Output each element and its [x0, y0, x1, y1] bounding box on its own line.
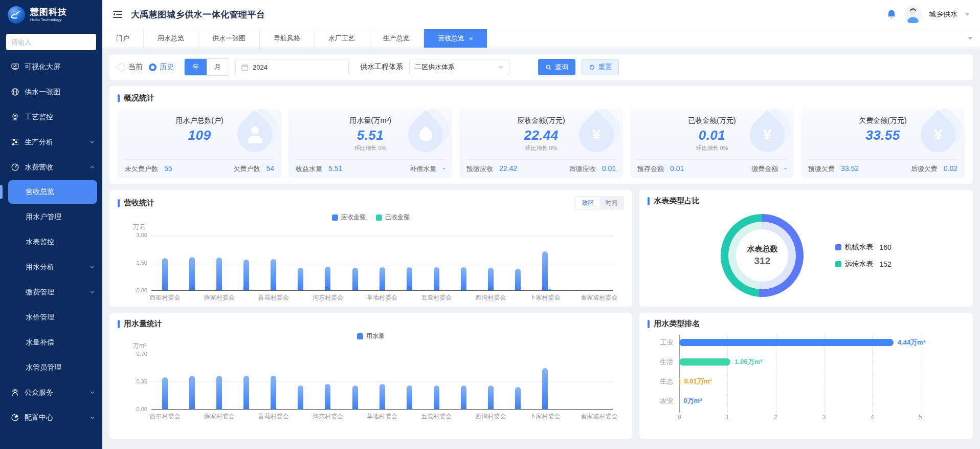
- year-button[interactable]: 年: [185, 59, 207, 75]
- tab-2[interactable]: 供水一张图: [198, 29, 260, 48]
- bar: [243, 376, 249, 409]
- bar: [488, 386, 494, 409]
- screen-icon: [10, 62, 19, 72]
- x-axis-label: 秦家坡村委会: [571, 293, 628, 302]
- stat-card: ¥欠费金额(万元)33.55预缴欠费33.52后缴欠费0.02: [801, 109, 965, 178]
- sidebar-item-label: 供水一张图: [25, 88, 60, 97]
- sidebar-item[interactable]: 配置中心: [0, 405, 102, 430]
- sidebar-subitem-label: 用水户管理: [26, 212, 61, 222]
- close-icon[interactable]: ×: [469, 35, 473, 42]
- sidebar-subitem[interactable]: 水量补偿: [0, 330, 102, 355]
- x-axis-label: 西沟村委会: [462, 412, 519, 421]
- sidebar-subitem[interactable]: 水价管理: [0, 305, 102, 330]
- sidebar-subitem[interactable]: 用水分析: [0, 254, 102, 280]
- sidebar-item-label: 工艺监控: [25, 113, 53, 122]
- sidebar-subitem[interactable]: 营收总览: [8, 180, 97, 204]
- x-axis-label: 西奉村委会: [137, 412, 193, 421]
- sidebar-item[interactable]: 水费营收: [0, 155, 102, 180]
- stat-title: 欠费金额(万元): [808, 116, 957, 125]
- title-accent-bar: [118, 199, 120, 207]
- sidebar-subitem[interactable]: 缴费管理: [0, 280, 102, 305]
- x-axis-tick: 5: [919, 414, 922, 421]
- x-axis-tick: 3: [822, 414, 826, 421]
- stat-footer-label: 后缴应收: [569, 164, 596, 174]
- chevron-down-icon: [90, 390, 95, 395]
- collapse-menu-icon[interactable]: [113, 10, 123, 19]
- radio-current[interactable]: 当前: [118, 62, 143, 72]
- tab-0[interactable]: 门户: [102, 29, 144, 48]
- bar: [271, 259, 276, 290]
- tab-1[interactable]: 用水总览: [144, 29, 198, 48]
- system-select[interactable]: 二区供水体系: [409, 59, 509, 75]
- sidebar: 慧图科技 Huitu Technology 可视化大屏供水一张图工艺监控生产分析…: [0, 0, 102, 449]
- sidebar-subitem[interactable]: 水管员管理: [0, 355, 102, 380]
- bar: [461, 267, 466, 290]
- reset-button[interactable]: 重置: [582, 59, 619, 75]
- radio-current-circle[interactable]: [118, 63, 125, 71]
- legend-item[interactable]: 应收金额: [332, 213, 366, 222]
- year-picker[interactable]: 2024: [235, 59, 349, 75]
- sidebar-search-input[interactable]: [6, 34, 96, 50]
- user-menu-chevron-icon[interactable]: [965, 13, 970, 16]
- service-icon: [10, 388, 19, 397]
- legend-item[interactable]: 机械水表160: [835, 243, 891, 252]
- toggle-time[interactable]: 时间: [599, 197, 623, 209]
- bar-value-label: 4.44万m³: [898, 338, 925, 347]
- sidebar-item[interactable]: 供水一张图: [0, 79, 102, 104]
- search-button[interactable]: 查询: [538, 59, 575, 75]
- brand-subtitle: Huitu Technology: [30, 17, 67, 22]
- sidebar-subitem[interactable]: 水表监控: [0, 229, 102, 254]
- stat-value: 0.01: [637, 127, 787, 143]
- system-label: 供水工程体系: [360, 62, 403, 72]
- toggle-district[interactable]: 政区: [576, 197, 599, 209]
- stat-value: 109: [125, 127, 274, 143]
- revenue-bar-chart: 应收金额已收金额万元3.001.500.00西奉村委会薛家村委会善花村委会沟东村…: [118, 213, 624, 304]
- y-axis-unit: 万m³: [133, 341, 146, 350]
- app-root: 慧图科技 Huitu Technology 可视化大屏供水一张图工艺监控生产分析…: [0, 0, 980, 449]
- sidebar-item[interactable]: 可视化大屏: [0, 54, 102, 79]
- sidebar-subitem-label: 用水分析: [26, 263, 54, 272]
- radio-history-circle[interactable]: [149, 63, 157, 71]
- y-axis-unit: 万元: [133, 223, 145, 231]
- legend-item[interactable]: 远传水表152: [835, 260, 891, 269]
- bar: [325, 384, 330, 409]
- notification-bell-icon[interactable]: [886, 9, 897, 20]
- avatar[interactable]: [904, 6, 922, 23]
- bar: [216, 376, 222, 409]
- sidebar-item[interactable]: 公众服务: [0, 380, 102, 405]
- x-axis-label: 秦家坡村委会: [571, 412, 628, 421]
- tab-3[interactable]: 导航风格: [260, 29, 315, 48]
- tabbar-chevron-down-icon[interactable]: [961, 29, 980, 48]
- stat-footer-label: 预存金额: [637, 164, 664, 174]
- bar: [515, 387, 521, 409]
- tab-active[interactable]: 营收总览×: [424, 29, 487, 48]
- revenue-chart-title: 营收统计: [118, 198, 154, 208]
- stat-footer-value: 5.51: [328, 164, 342, 173]
- monitor-icon: [10, 113, 19, 122]
- sidebar-item[interactable]: 工艺监控: [0, 104, 102, 130]
- sidebar-subitem[interactable]: 用水户管理: [0, 204, 102, 229]
- tab-5[interactable]: 生产总览: [369, 29, 424, 48]
- stat-footer-label: 后缴欠费: [911, 164, 938, 174]
- legend-item[interactable]: 用水量: [357, 332, 385, 340]
- stat-growth: 环比增长 0%: [466, 144, 616, 152]
- stat-growth: 环比增长 0%: [296, 144, 445, 152]
- usage-bar-chart: 用水量万m³0.700.350.00西奉村委会薛家村委会善花村委会沟东村委会草地…: [118, 332, 624, 422]
- year-value: 2024: [253, 63, 268, 71]
- radio-history[interactable]: 历史: [149, 62, 174, 72]
- stat-footer-label: 欠费户数: [233, 164, 260, 174]
- brand-name: 慧图科技: [30, 8, 67, 17]
- x-axis-tick: 4: [871, 414, 874, 421]
- month-button[interactable]: 月: [207, 59, 229, 75]
- bar-value-label: 1.06万m³: [734, 357, 762, 367]
- sidebar-search: [0, 30, 102, 52]
- tab-4[interactable]: 水厂工艺: [315, 29, 369, 48]
- y-axis-tick: 0.35: [137, 378, 147, 384]
- bar: [352, 386, 358, 409]
- legend-item[interactable]: 已收金额: [376, 213, 410, 222]
- sidebar-menu: 可视化大屏供水一张图工艺监控生产分析水费营收营收总览用水户管理水表监控用水分析缴…: [0, 54, 102, 449]
- stat-footer-value: 55: [164, 164, 172, 173]
- x-axis-label: 薛家村委会: [191, 293, 248, 302]
- sidebar-item[interactable]: 生产分析: [0, 130, 102, 155]
- calendar-icon: [241, 63, 249, 71]
